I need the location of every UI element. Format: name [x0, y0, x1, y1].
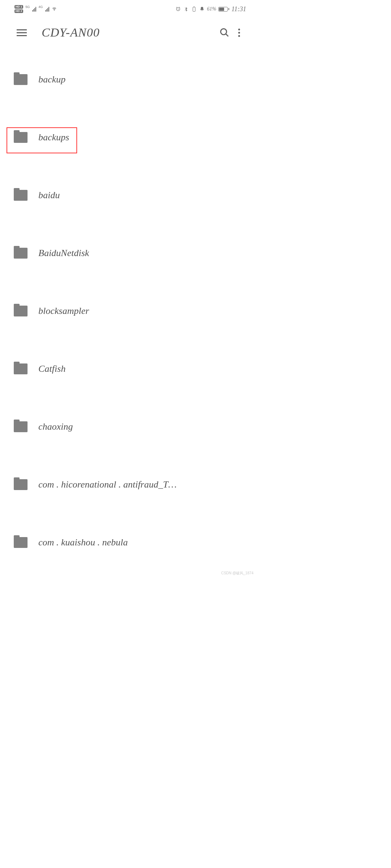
folder-icon: [14, 74, 28, 85]
list-item[interactable]: BaiduNetdisk: [0, 224, 261, 282]
folder-name: chaoxing: [38, 421, 247, 432]
hamburger-icon: [17, 29, 27, 36]
wifi-icon: [51, 6, 57, 12]
status-right: 61% 11:31: [175, 5, 246, 13]
app-bar: CDY-AN00: [0, 18, 261, 47]
folder-icon: [14, 479, 28, 490]
signal-icon: [32, 7, 36, 12]
status-left: HD 1 HD 2 5G 4G: [14, 5, 57, 13]
folder-icon: [14, 190, 28, 201]
clock: 11:31: [231, 5, 246, 13]
folder-name: Catfish: [38, 363, 247, 374]
page-title: CDY-AN00: [29, 26, 217, 39]
svg-rect-0: [193, 7, 195, 12]
folder-icon: [14, 363, 28, 374]
hd1-badge: HD 1: [14, 5, 23, 9]
list-item[interactable]: Catfish: [0, 340, 261, 398]
list-item[interactable]: com . hicorenational . antifraud_T…: [0, 456, 261, 514]
folder-icon: [14, 248, 28, 259]
list-item[interactable]: baidu: [0, 166, 261, 224]
more-button[interactable]: [232, 25, 246, 40]
folder-name: baidu: [38, 190, 247, 201]
svg-rect-1: [193, 7, 194, 7]
folder-name: BaiduNetdisk: [38, 248, 247, 259]
list-item[interactable]: blocksampler: [0, 282, 261, 340]
folder-icon: [14, 421, 28, 432]
status-bar: HD 1 HD 2 5G 4G 61% 11:31: [0, 0, 261, 18]
hd2-badge: HD 2: [14, 9, 23, 13]
folder-name: backup: [38, 74, 247, 85]
bluetooth-icon: [183, 6, 189, 12]
network-4g-label: 4G: [38, 5, 43, 9]
folder-name: blocksampler: [38, 306, 247, 316]
folder-name: com . kuaishou . nebula: [38, 537, 247, 548]
mute-icon: [199, 6, 205, 12]
list-item[interactable]: chaoxing: [0, 398, 261, 456]
more-vert-icon: [238, 29, 240, 37]
folder-name: backups: [38, 132, 247, 143]
list-item[interactable]: backups: [0, 109, 261, 166]
folder-icon: [14, 132, 28, 143]
signal-icon-2: [45, 7, 49, 12]
battery-small-icon: [191, 6, 197, 12]
folder-name: com . hicorenational . antifraud_T…: [38, 479, 247, 490]
file-list[interactable]: backup backups baidu BaiduNetdisk blocks…: [0, 47, 261, 571]
network-5g-label: 5G: [25, 5, 30, 9]
search-button[interactable]: [217, 25, 232, 40]
alarm-icon: [175, 6, 181, 12]
battery-percent: 61%: [207, 6, 216, 12]
watermark: CSDN @破风_1874: [221, 571, 253, 576]
svg-point-2: [221, 29, 227, 35]
search-icon: [219, 27, 230, 38]
list-item[interactable]: com . kuaishou . nebula: [0, 514, 261, 571]
menu-button[interactable]: [14, 25, 29, 40]
list-item[interactable]: backup: [0, 51, 261, 109]
folder-icon: [14, 306, 28, 316]
battery-icon: [218, 7, 229, 12]
svg-line-3: [226, 34, 228, 37]
folder-icon: [14, 537, 28, 548]
